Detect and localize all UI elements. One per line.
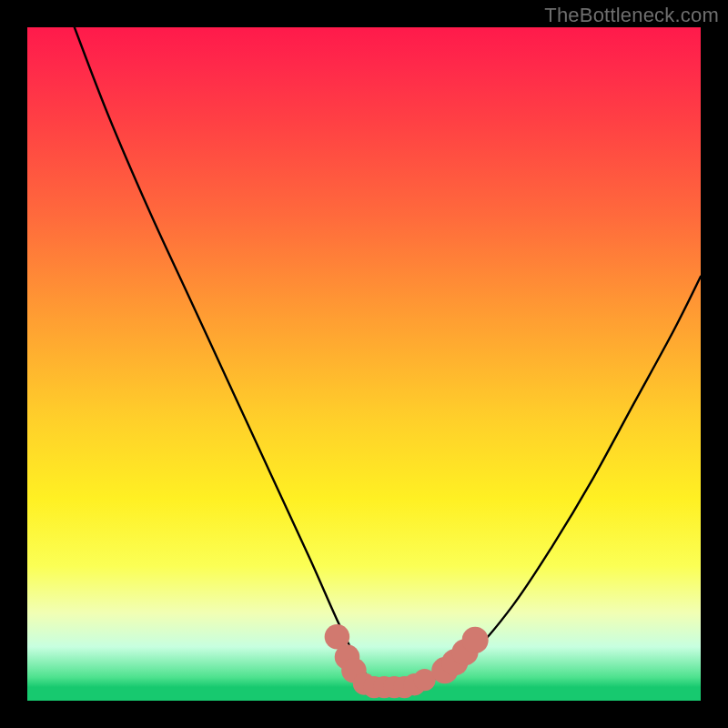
marker-group [325, 624, 489, 698]
plot-area [27, 27, 701, 701]
marker-dot [462, 627, 489, 653]
watermark-text: TheBottleneck.com [544, 4, 719, 27]
chart-frame: TheBottleneck.com [0, 0, 728, 728]
curve-path [75, 27, 701, 688]
chart-svg [27, 27, 701, 701]
